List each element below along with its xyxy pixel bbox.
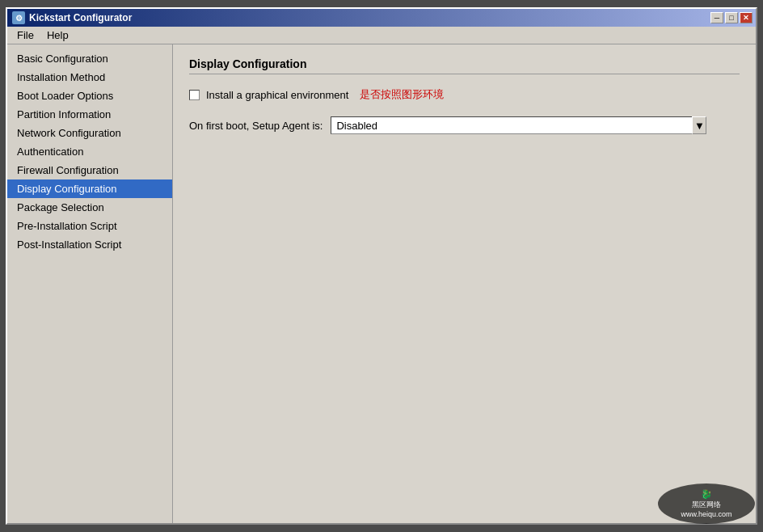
- setup-agent-dropdown-container: Disabled Enabled Enabled in reconfigurat…: [331, 116, 706, 134]
- sidebar: Basic Configuration Installation Method …: [7, 44, 173, 523]
- main-panel: Display Configuration Install a graphica…: [173, 44, 756, 523]
- setup-agent-row: On first boot, Setup Agent is: Disabled …: [189, 116, 740, 134]
- graphical-env-label: Install a graphical environment: [206, 89, 348, 101]
- menu-help[interactable]: Help: [40, 27, 75, 43]
- setup-agent-label: On first boot, Setup Agent is:: [189, 120, 322, 132]
- title-bar-left: ⚙ Kickstart Configurator: [12, 11, 132, 24]
- watermark-logo: 🐉: [701, 489, 712, 500]
- watermark-line1: 黑区网络: [692, 500, 721, 510]
- menu-bar: File Help: [7, 27, 756, 44]
- maximize-button[interactable]: □: [725, 12, 738, 23]
- sidebar-item-display-configuration[interactable]: Display Configuration: [7, 179, 172, 198]
- watermark: 🐉 黑区网络 www.heiqu.com: [658, 483, 755, 524]
- panel-title: Display Configuration: [189, 57, 740, 74]
- sidebar-item-boot-loader-options[interactable]: Boot Loader Options: [7, 87, 172, 105]
- sidebar-item-basic-configuration[interactable]: Basic Configuration: [7, 49, 172, 68]
- sidebar-item-installation-method[interactable]: Installation Method: [7, 68, 172, 87]
- content-area: Basic Configuration Installation Method …: [7, 44, 756, 523]
- sidebar-item-pre-installation-script[interactable]: Pre-Installation Script: [7, 217, 172, 235]
- sidebar-item-firewall-configuration[interactable]: Firewall Configuration: [7, 161, 172, 179]
- window-title: Kickstart Configurator: [29, 12, 132, 23]
- graphical-env-checkbox[interactable]: [189, 90, 200, 100]
- sidebar-item-authentication[interactable]: Authentication: [7, 142, 172, 161]
- sidebar-item-post-installation-script[interactable]: Post-Installation Script: [7, 235, 172, 254]
- graphical-env-row: Install a graphical environment 是否按照图形环境: [189, 87, 740, 102]
- title-bar: ⚙ Kickstart Configurator ─ □ ✕: [7, 9, 756, 27]
- minimize-button[interactable]: ─: [710, 12, 723, 23]
- annotation-text: 是否按照图形环境: [360, 87, 444, 102]
- watermark-line2: www.heiqu.com: [681, 510, 731, 518]
- sidebar-item-partition-information[interactable]: Partition Information: [7, 105, 172, 124]
- setup-agent-dropdown[interactable]: Disabled Enabled Enabled in reconfigurat…: [331, 116, 706, 134]
- sidebar-item-package-selection[interactable]: Package Selection: [7, 198, 172, 217]
- app-icon: ⚙: [12, 11, 25, 24]
- close-button[interactable]: ✕: [740, 12, 752, 23]
- title-bar-buttons: ─ □ ✕: [710, 12, 752, 23]
- main-window: ⚙ Kickstart Configurator ─ □ ✕ File Help…: [6, 7, 757, 525]
- menu-file[interactable]: File: [11, 27, 40, 43]
- sidebar-item-network-configuration[interactable]: Network Configuration: [7, 124, 172, 142]
